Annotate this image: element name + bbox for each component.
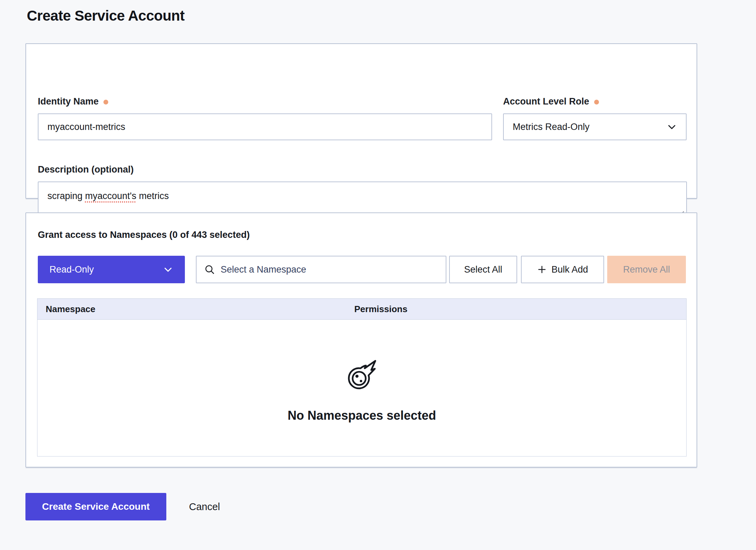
empty-state-message: No Namespaces selected bbox=[288, 408, 436, 423]
namespace-search-input[interactable]: Select a Namespace bbox=[196, 256, 446, 283]
account-level-role-select[interactable]: Metrics Read-Only bbox=[503, 113, 687, 140]
namespace-table-body: No Namespaces selected bbox=[37, 320, 687, 456]
permission-role-dropdown[interactable]: Read-Only bbox=[38, 256, 185, 283]
cancel-button[interactable]: Cancel bbox=[189, 493, 220, 520]
plus-icon bbox=[537, 265, 547, 274]
remove-all-button[interactable]: Remove All bbox=[607, 256, 686, 283]
identity-form-card: Identity Name myaccount-metrics Account … bbox=[25, 43, 697, 199]
namespace-section-header: Grant access to Namespaces (0 of 443 sel… bbox=[38, 230, 250, 240]
bulk-add-button[interactable]: Bulk Add bbox=[521, 256, 604, 283]
search-placeholder: Select a Namespace bbox=[221, 264, 306, 275]
create-service-account-button[interactable]: Create Service Account bbox=[25, 493, 166, 520]
page-title: Create Service Account bbox=[27, 8, 185, 24]
account-level-role-label: Account Level Role bbox=[503, 96, 599, 107]
chevron-down-icon bbox=[667, 122, 677, 132]
select-all-button[interactable]: Select All bbox=[449, 256, 517, 283]
chevron-down-icon bbox=[163, 264, 173, 275]
namespace-table-header: Namespace Permissions bbox=[37, 298, 687, 320]
empty-state: No Namespaces selected bbox=[37, 358, 686, 423]
description-label: Description (optional) bbox=[38, 164, 134, 175]
required-dot-icon bbox=[103, 100, 108, 104]
identity-name-label: Identity Name bbox=[38, 96, 108, 107]
misspelled-word: myaccount's bbox=[85, 191, 136, 201]
namespace-access-card: Grant access to Namespaces (0 of 443 sel… bbox=[25, 212, 697, 468]
permissions-column-header: Permissions bbox=[354, 304, 408, 315]
required-dot-icon bbox=[594, 100, 599, 104]
comet-icon bbox=[346, 358, 378, 390]
search-icon bbox=[204, 264, 215, 275]
namespace-column-header: Namespace bbox=[37, 304, 354, 315]
identity-name-input[interactable]: myaccount-metrics bbox=[38, 113, 492, 140]
